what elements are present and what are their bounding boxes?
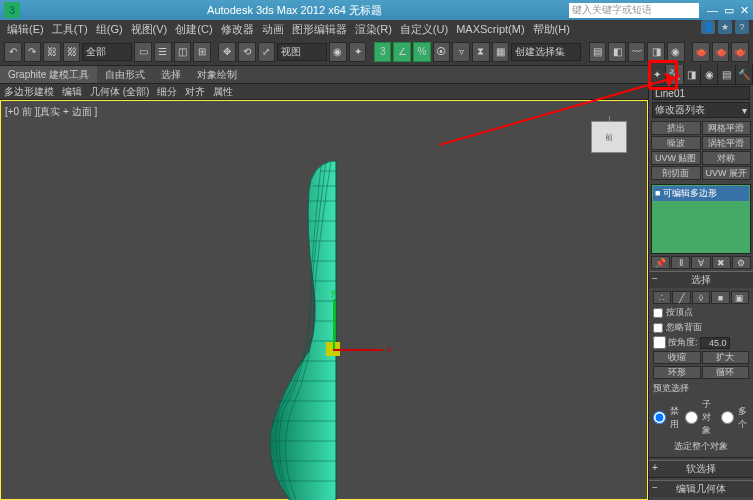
named-selection-button[interactable]: ▿ <box>452 42 470 62</box>
angle-snap-button[interactable]: ∠ <box>393 42 411 62</box>
mod-slice-button[interactable]: 剖切面 <box>651 166 701 180</box>
tab-display[interactable]: ▤ <box>718 65 735 84</box>
spinner-snap-button[interactable]: ⦿ <box>433 42 451 62</box>
subribbon-properties[interactable]: 属性 <box>213 85 233 99</box>
tab-hierarchy[interactable]: ◨ <box>684 65 701 84</box>
modifier-stack[interactable]: ■ 可编辑多边形 <box>651 184 751 254</box>
stack-pin-button[interactable]: 📌 <box>651 256 670 269</box>
subribbon-align[interactable]: 对齐 <box>185 85 205 99</box>
material-editor-button[interactable]: ◉ <box>667 42 685 62</box>
help-icon[interactable]: ? <box>735 20 749 34</box>
named-selection-dropdown[interactable]: 创建选择集 <box>511 43 581 61</box>
menu-view[interactable]: 视图(V) <box>128 22 171 37</box>
tab-modify[interactable]: 🔧 <box>666 65 683 84</box>
undo-button[interactable]: ↶ <box>4 42 22 62</box>
mod-unwrap-button[interactable]: UVW 展开 <box>702 166 752 180</box>
ring-button[interactable]: 环形 <box>653 366 701 379</box>
subribbon-geometry[interactable]: 几何体 (全部) <box>90 85 149 99</box>
render-setup-button[interactable]: 🫖 <box>692 42 710 62</box>
rollout-selection-header[interactable]: −选择 <box>649 272 753 288</box>
preview-subobj-radio[interactable] <box>685 411 698 424</box>
pivot-button[interactable]: ◉ <box>329 42 347 62</box>
select-by-name-button[interactable]: ☰ <box>154 42 172 62</box>
window-crossing-button[interactable]: ⊞ <box>193 42 211 62</box>
stack-item-editable-poly[interactable]: ■ 可编辑多边形 <box>653 186 749 201</box>
viewport-front[interactable]: [+0 前 ][真实 + 边面 ] 前 <box>0 100 648 500</box>
curve-editor-button[interactable]: 〰 <box>628 42 646 62</box>
preview-off-radio[interactable] <box>653 411 666 424</box>
menu-edit[interactable]: 编辑(E) <box>4 22 47 37</box>
menu-grapheditors[interactable]: 图形编辑器 <box>289 22 350 37</box>
tab-create[interactable]: ✦ <box>649 65 666 84</box>
ribbon-tab-selection[interactable]: 选择 <box>153 66 189 83</box>
mirror-button[interactable]: ⧗ <box>472 42 490 62</box>
stack-unique-button[interactable]: ∀ <box>691 256 710 269</box>
so-edge-button[interactable]: ╱ <box>672 291 690 304</box>
graphite-button[interactable]: ◧ <box>608 42 626 62</box>
ribbon-tab-objectpaint[interactable]: 对象绘制 <box>189 66 245 83</box>
percent-snap-button[interactable]: % <box>413 42 431 62</box>
ignore-backfacing-checkbox[interactable] <box>653 323 663 333</box>
menu-create[interactable]: 创建(C) <box>172 22 215 37</box>
move-button[interactable]: ✥ <box>218 42 236 62</box>
close-button[interactable]: ✕ <box>740 4 749 17</box>
link-button[interactable]: ⛓ <box>43 42 61 62</box>
tab-motion[interactable]: ◉ <box>701 65 718 84</box>
render-button[interactable]: 🫖 <box>731 42 749 62</box>
minimize-button[interactable]: — <box>707 4 718 17</box>
unlink-button[interactable]: ⛓ <box>63 42 81 62</box>
maximize-button[interactable]: ▭ <box>724 4 734 17</box>
so-polygon-button[interactable]: ■ <box>711 291 729 304</box>
so-vertex-button[interactable]: ∴ <box>653 291 671 304</box>
mod-uvwmap-button[interactable]: UVW 贴图 <box>651 151 701 165</box>
redo-button[interactable]: ↷ <box>24 42 42 62</box>
mod-symmetry-button[interactable]: 对称 <box>702 151 752 165</box>
signin-icon[interactable]: 👤 <box>701 20 715 34</box>
select-manipulate-button[interactable]: ✦ <box>349 42 367 62</box>
subribbon-polymodel[interactable]: 多边形建模 <box>4 85 54 99</box>
scale-button[interactable]: ⤢ <box>258 42 276 62</box>
grow-button[interactable]: 扩大 <box>702 351 750 364</box>
angle-spinner[interactable]: 45.0 <box>700 337 730 349</box>
modifier-list-dropdown[interactable]: 修改器列表▾ <box>652 102 750 118</box>
object-name-input[interactable] <box>652 86 750 100</box>
so-border-button[interactable]: ◊ <box>692 291 710 304</box>
stack-config-button[interactable]: ⚙ <box>732 256 751 269</box>
menu-animation[interactable]: 动画 <box>259 22 287 37</box>
favorite-icon[interactable]: ★ <box>718 20 732 34</box>
menu-help[interactable]: 帮助(H) <box>530 22 573 37</box>
rotate-button[interactable]: ⟲ <box>238 42 256 62</box>
menu-group[interactable]: 组(G) <box>93 22 126 37</box>
snap-toggle-button[interactable]: 3 <box>374 42 392 62</box>
render-frame-button[interactable]: 🫖 <box>712 42 730 62</box>
so-element-button[interactable]: ▣ <box>731 291 749 304</box>
ribbon-tab-modeling[interactable]: Graphite 建模工具 <box>0 66 97 83</box>
help-search-input[interactable]: 键入关键字或短语 <box>569 3 699 18</box>
viewcube[interactable]: 前 <box>591 121 627 153</box>
align-button[interactable]: ▦ <box>492 42 510 62</box>
selection-filter-dropdown[interactable]: 全部 <box>82 43 132 61</box>
mod-noise-button[interactable]: 噪波 <box>651 136 701 150</box>
subribbon-edit[interactable]: 编辑 <box>62 85 82 99</box>
vase-mesh[interactable] <box>261 161 341 500</box>
stack-show-button[interactable]: Ⅱ <box>671 256 690 269</box>
select-button[interactable]: ▭ <box>134 42 152 62</box>
menu-tools[interactable]: 工具(T) <box>49 22 91 37</box>
app-icon[interactable]: 3 <box>4 2 20 18</box>
menu-rendering[interactable]: 渲染(R) <box>352 22 395 37</box>
subribbon-subdivision[interactable]: 细分 <box>157 85 177 99</box>
mod-extrude-button[interactable]: 挤出 <box>651 121 701 135</box>
mod-turbosmooth-button[interactable]: 涡轮平滑 <box>702 136 752 150</box>
menu-modifiers[interactable]: 修改器 <box>218 22 257 37</box>
schematic-view-button[interactable]: ◨ <box>647 42 665 62</box>
rollout-soft-header[interactable]: +软选择 <box>649 461 753 477</box>
tab-utilities[interactable]: 🔨 <box>736 65 753 84</box>
by-angle-checkbox[interactable] <box>653 336 666 349</box>
preview-multi-radio[interactable] <box>721 411 734 424</box>
menu-maxscript[interactable]: MAXScript(M) <box>453 23 527 35</box>
loop-button[interactable]: 循环 <box>702 366 750 379</box>
shrink-button[interactable]: 收缩 <box>653 351 701 364</box>
ref-coord-dropdown[interactable]: 视图 <box>277 43 327 61</box>
by-vertex-checkbox[interactable] <box>653 308 663 318</box>
rollout-editgeom-header[interactable]: −编辑几何体 <box>649 481 753 497</box>
